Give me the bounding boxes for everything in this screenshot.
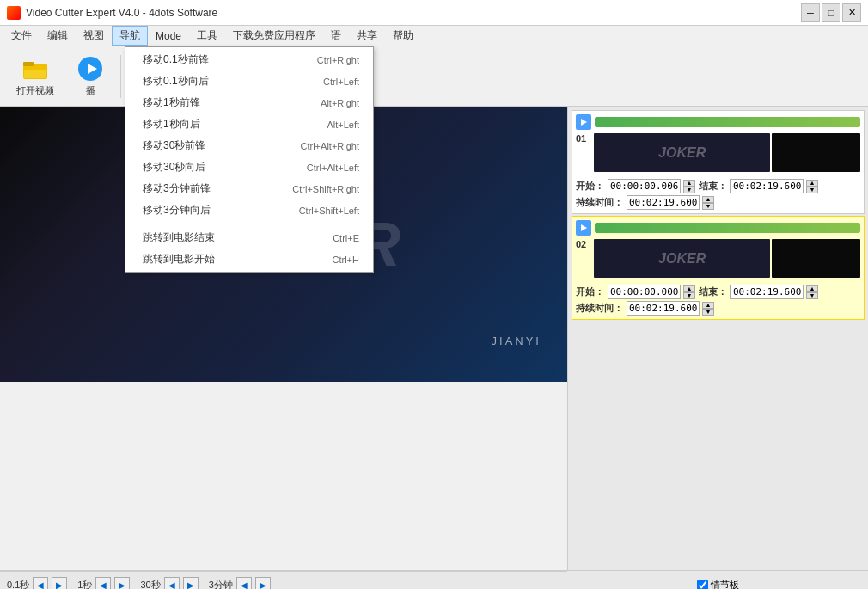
dropdown-item-5[interactable]: 移动30秒向后 Ctrl+Alt+Left	[125, 156, 373, 178]
toolbar-separator-1	[120, 55, 121, 98]
dropdown-shortcut-7: Ctrl+Shift+Left	[299, 206, 359, 216]
dropdown-label-9: 跳转到电影结束	[143, 230, 215, 245]
minimize-button[interactable]: ─	[801, 3, 820, 22]
clip-01-start-down[interactable]: ▼	[683, 187, 695, 193]
menu-view[interactable]: 视图	[76, 26, 112, 46]
nav-3m-forward[interactable]: ▶	[255, 577, 271, 589]
menu-navigate[interactable]: 导航	[112, 26, 148, 46]
play-button[interactable]: 播	[67, 51, 113, 102]
dropdown-label-1: 移动0.1秒向后	[143, 74, 209, 89]
clip-01-duration-down[interactable]: ▼	[702, 203, 714, 210]
clip-02-fill	[595, 223, 860, 233]
dropdown-item-1[interactable]: 移动0.1秒向后 Ctrl+Left	[125, 71, 373, 92]
open-folder-icon	[21, 55, 49, 83]
open-video-label: 打开视频	[16, 84, 54, 97]
clip-01-timeline	[595, 117, 860, 127]
dropdown-item-4[interactable]: 移动30秒前锋 Ctrl+Alt+Right	[125, 135, 373, 156]
menu-file[interactable]: 文件	[3, 26, 40, 46]
menu-mode[interactable]: Mode	[148, 28, 189, 45]
dropdown-item-10[interactable]: 跳转到电影开始 Ctrl+H	[125, 248, 373, 270]
clip-01-end-input[interactable]	[730, 179, 804, 193]
storyboard-checkbox[interactable]	[697, 580, 708, 590]
dropdown-item-0[interactable]: 移动0.1秒前锋 Ctrl+Right	[125, 49, 373, 71]
clip-02-start-spin: ▲ ▼	[683, 285, 695, 299]
nav-30s-forward[interactable]: ▶	[183, 577, 199, 589]
clip-02-thumb-main: JOKER	[594, 239, 770, 278]
nav-3m-back[interactable]: ◀	[236, 577, 252, 589]
clip-01-thumb-side	[772, 133, 860, 172]
storyboard-area: 情节板	[567, 571, 868, 589]
svg-marker-15	[581, 224, 587, 231]
clip-02-play-button[interactable]	[576, 220, 591, 236]
dropdown-item-3[interactable]: 移动1秒向后 Alt+Left	[125, 114, 373, 135]
nav-timeline-row: 0.1秒 ◀ ▶ 1秒 ◀ ▶ 30秒 ◀ ▶ 3分钟 ◀ ▶ 情节板	[0, 570, 868, 589]
dropdown-label-6: 移动3分钟前锋	[143, 181, 211, 196]
menu-lang[interactable]: 语	[323, 26, 349, 46]
storyboard-label: 情节板	[711, 579, 739, 590]
dropdown-label-7: 移动3分钟向后	[143, 203, 211, 218]
clip-01-end-down[interactable]: ▼	[806, 187, 818, 193]
clip-02-end-down[interactable]: ▼	[806, 292, 818, 299]
nav-30s-back[interactable]: ◀	[164, 577, 180, 589]
svg-marker-14	[581, 119, 587, 126]
nav-label-3m: 3分钟	[209, 579, 233, 590]
clip-01-start-spin: ▲ ▼	[683, 180, 695, 193]
nav-01s-back[interactable]: ◀	[33, 577, 48, 589]
dropdown-item-6[interactable]: 移动3分钟前锋 Ctrl+Shift+Right	[125, 178, 373, 199]
clip-02-duration-input[interactable]	[627, 301, 700, 316]
clip-01-duration-input[interactable]	[627, 195, 700, 210]
dropdown-shortcut-0: Ctrl+Right	[317, 55, 359, 65]
menu-download[interactable]: 下载免费应用程序	[225, 26, 323, 46]
clip-02-timeline	[595, 223, 860, 233]
clip-02-start-down[interactable]: ▼	[683, 292, 695, 299]
clip-02-end-spin: ▲ ▼	[806, 285, 818, 299]
clip-01-end-spin: ▲ ▼	[806, 180, 818, 193]
dropdown-label-10: 跳转到电影开始	[143, 252, 215, 267]
window-controls: ─ □ ✕	[801, 3, 861, 22]
nav-1s-back[interactable]: ◀	[95, 577, 111, 589]
nav-group-1s: 1秒 ◀ ▶	[77, 577, 130, 589]
clip-02-start-input[interactable]	[608, 285, 681, 299]
clip-02-start-up[interactable]: ▲	[683, 285, 695, 292]
clip-01-end-up[interactable]: ▲	[806, 180, 818, 187]
dropdown-label-3: 移动1秒向后	[143, 117, 200, 132]
clip-01-duration-up[interactable]: ▲	[702, 196, 714, 203]
clip-header-02	[576, 220, 860, 236]
menu-edit[interactable]: 编辑	[40, 26, 76, 46]
jianyi-watermark: JIANYI	[492, 334, 541, 347]
clip-01-play-button[interactable]	[576, 114, 591, 130]
close-button[interactable]: ✕	[842, 3, 861, 22]
dropdown-shortcut-2: Alt+Right	[321, 98, 359, 108]
dropdown-item-7[interactable]: 移动3分钟向后 Ctrl+Shift+Left	[125, 199, 373, 221]
clip-02-end-input[interactable]	[730, 285, 804, 299]
clip-02-end-up[interactable]: ▲	[806, 285, 818, 292]
clip-02-start-row: 开始： ▲ ▼ 结束： ▲ ▼	[576, 285, 860, 299]
clip-02-thumb-side	[772, 239, 860, 278]
dropdown-label-2: 移动1秒前锋	[143, 95, 200, 110]
dropdown-shortcut-1: Ctrl+Left	[323, 77, 359, 87]
play-icon	[76, 55, 104, 83]
menu-tools[interactable]: 工具	[189, 26, 225, 46]
menu-share[interactable]: 共享	[349, 26, 385, 46]
dropdown-item-9[interactable]: 跳转到电影结束 Ctrl+E	[125, 227, 373, 248]
clip-02-duration-down[interactable]: ▼	[702, 309, 714, 316]
svg-rect-1	[23, 62, 34, 66]
clip-01-start-row: 开始： ▲ ▼ 结束： ▲ ▼	[576, 179, 860, 193]
clip-02-duration-up[interactable]: ▲	[702, 302, 714, 309]
nav-01s-forward[interactable]: ▶	[52, 577, 67, 589]
maximize-button[interactable]: □	[822, 3, 840, 22]
clip-01-fill	[595, 117, 860, 127]
open-video-button[interactable]: 打开视频	[7, 51, 64, 102]
dropdown-shortcut-10: Ctrl+H	[333, 255, 359, 265]
dropdown-item-2[interactable]: 移动1秒前锋 Alt+Right	[125, 92, 373, 114]
dropdown-shortcut-9: Ctrl+E	[333, 233, 359, 243]
title-bar: Video Cutter Expert V4.0 - 4dots Softwar…	[0, 0, 868, 26]
clip-02-number: 02	[576, 239, 591, 281]
clip-01-start-up[interactable]: ▲	[683, 180, 695, 187]
menu-help[interactable]: 帮助	[385, 26, 421, 46]
clip-01-start-input[interactable]	[608, 179, 681, 193]
menu-bar: 文件 编辑 视图 导航 Mode 工具 下载免费应用程序 语 共享 帮助	[0, 26, 868, 46]
nav-1s-forward[interactable]: ▶	[114, 577, 130, 589]
dropdown-label-5: 移动30秒向后	[143, 160, 205, 175]
nav-label-1s: 1秒	[77, 579, 92, 590]
